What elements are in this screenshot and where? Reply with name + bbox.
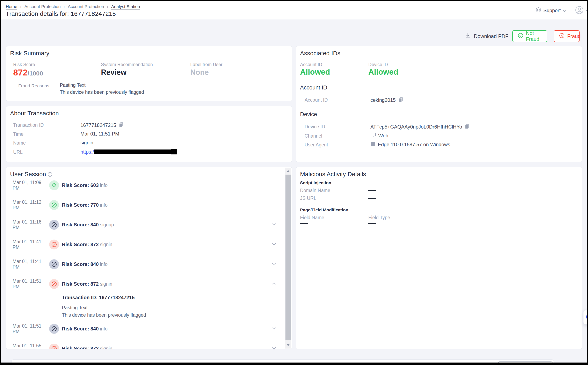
chevron-down-icon <box>563 8 567 13</box>
assoc-account-id-label: Account ID <box>300 62 322 67</box>
copy-icon[interactable] <box>119 122 124 129</box>
lifebuoy-icon <box>536 7 541 14</box>
chevron-up-icon[interactable] <box>272 282 276 286</box>
info-circle-icon[interactable] <box>47 172 53 178</box>
breadcrumb-home[interactable]: Home <box>6 4 17 9</box>
copy-icon[interactable] <box>465 124 470 131</box>
fraud-reason-2: This device has been previously flagged <box>60 90 144 95</box>
system-recommendation-label: System Recommendation <box>101 62 153 67</box>
event-time: Mar 01, 11:41 PM <box>13 239 49 250</box>
session-event-row[interactable]: Mar 01, 11:51 PM Risk Score: 840 info <box>6 323 280 335</box>
event-time: Mar 01, 11:51 PM <box>13 323 49 334</box>
support-menu[interactable]: Support <box>536 7 567 14</box>
not-fraud-button[interactable]: Not Fraud <box>512 30 547 42</box>
js-url-label: JS URL <box>300 196 316 201</box>
url-label: URL <box>13 149 23 155</box>
session-event-row[interactable]: Mar 01, 11:41 PM Risk Score: 872 signin <box>6 238 280 251</box>
event-action: info <box>100 182 108 188</box>
user-agent-value: Edge 110.0.1587.57 on Windows <box>371 141 450 148</box>
chevron-down-icon <box>585 9 588 12</box>
page-title: Transaction details for: 1677718247215 <box>6 10 116 17</box>
session-event-row[interactable]: Mar 01, 11:41 PM Risk Score: 840 info <box>6 258 280 270</box>
event-time: Mar 01, 11:09 PM <box>13 180 49 191</box>
timeline-connector <box>54 192 54 199</box>
timeline-connector <box>54 251 54 258</box>
block-circle-icon <box>49 324 59 334</box>
breadcrumb-account-protection-2[interactable]: Account Protection <box>68 4 104 9</box>
event-action: signin <box>100 346 112 349</box>
chevron-down-icon[interactable] <box>272 223 276 227</box>
url-redaction-bar <box>171 149 177 154</box>
account-id-row-label: Account ID <box>305 97 328 103</box>
block-circle-icon <box>49 239 59 249</box>
scrollbar-up-arrow[interactable] <box>287 170 290 172</box>
copy-icon[interactable] <box>398 97 404 104</box>
event-time: Mar 01, 11:16 PM <box>13 219 49 230</box>
fraud-reason-1: Pasting Text <box>60 83 85 88</box>
url-value[interactable]: https:// <box>80 149 95 155</box>
event-risk-score: Risk Score: 840 <box>62 326 99 332</box>
assoc-account-id-status: Allowed <box>300 68 330 77</box>
risk-score-max: /1000 <box>28 70 43 77</box>
breadcrumb-account-protection[interactable]: Account Protection <box>24 4 61 9</box>
floating-help-button[interactable] <box>583 310 588 324</box>
check-circle-icon <box>518 33 523 40</box>
x-circle-icon <box>559 33 565 40</box>
scrollbar-track[interactable] <box>285 168 291 349</box>
associated-ids-title: Associated IDs <box>300 50 340 57</box>
chevron-down-icon[interactable] <box>272 262 276 266</box>
transaction-id-text: 1677718247215 <box>80 122 116 128</box>
chevron-down-icon[interactable] <box>272 347 276 349</box>
alert-diamond-icon <box>49 180 59 190</box>
breadcrumb: Home › Account Protection › Account Prot… <box>6 4 140 9</box>
windows-icon <box>371 141 376 148</box>
download-pdf-label: Download PDF <box>474 33 508 39</box>
user-menu[interactable] <box>575 6 588 15</box>
channel-value: Web <box>371 133 388 139</box>
block-circle-icon <box>49 344 59 349</box>
event-action: signup <box>100 222 114 228</box>
channel-label: Channel <box>305 133 322 139</box>
event-action: info <box>100 262 108 267</box>
timeline-connector <box>54 291 54 323</box>
session-event-row[interactable]: Mar 01, 11:16 PM Risk Score: 840 signup <box>6 218 280 231</box>
scrollbar-down-arrow[interactable] <box>287 344 290 346</box>
associated-ids-card: Associated IDs Account ID Allowed Device… <box>296 46 582 162</box>
device-id-label: Device ID <box>305 124 325 130</box>
event-detail-transaction-id: Transaction ID: 1677718247215 <box>62 295 135 301</box>
block-circle-icon <box>49 220 59 230</box>
event-action: info <box>100 326 108 332</box>
download-icon <box>465 33 470 40</box>
field-name-empty-value <box>300 223 308 224</box>
label-from-user-label: Label from User <box>190 62 223 67</box>
session-event-row[interactable]: Mar 01, 11:55 PM Risk Score: 872 signin <box>6 342 280 349</box>
assoc-device-id-status: Allowed <box>368 68 398 77</box>
event-detail-reason: This device has been previously flagged <box>62 312 146 318</box>
timeline-connector <box>54 335 54 342</box>
event-time: Mar 01, 11:55 PM <box>13 343 49 349</box>
event-time: Mar 01, 11:51 PM <box>13 278 49 289</box>
chevron-down-icon[interactable] <box>272 243 276 246</box>
scrollbar-thumb[interactable] <box>286 175 291 340</box>
breadcrumb-analyst-station[interactable]: Analyst Station <box>111 4 140 9</box>
session-event-row: Mar 01, 11:12 PM Risk Score: 770 info <box>6 199 280 211</box>
timeline-connector <box>54 212 54 218</box>
device-id-text: ATFcp5+GAQAAy0npJoL0Dr6HfhHClHYo <box>371 124 462 130</box>
download-pdf-button[interactable]: Download PDF <box>465 33 508 40</box>
transaction-id-label: Transaction ID <box>13 122 44 128</box>
event-risk-score: Risk Score: 872 <box>62 242 99 247</box>
bottom-panel-button[interactable] <box>498 362 553 365</box>
risk-summary-card: Risk Summary Risk Score 872/1000 System … <box>6 46 292 101</box>
timeline-connector <box>54 271 54 278</box>
fraud-button[interactable]: Fraud <box>554 30 580 42</box>
transaction-id-value: 1677718247215 <box>80 122 124 129</box>
event-time: Mar 01, 11:41 PM <box>13 259 49 270</box>
event-risk-score: Risk Score: 770 <box>62 202 99 208</box>
about-transaction-card: About Transaction Transaction ID 1677718… <box>6 106 292 162</box>
not-fraud-label: Not Fraud <box>526 30 542 42</box>
event-action: signin <box>100 281 112 287</box>
chevron-down-icon[interactable] <box>272 327 276 331</box>
session-event-row-expanded[interactable]: Mar 01, 11:51 PM Risk Score: 872 signin <box>6 278 280 290</box>
block-circle-icon <box>49 279 59 289</box>
channel-text: Web <box>378 133 388 139</box>
